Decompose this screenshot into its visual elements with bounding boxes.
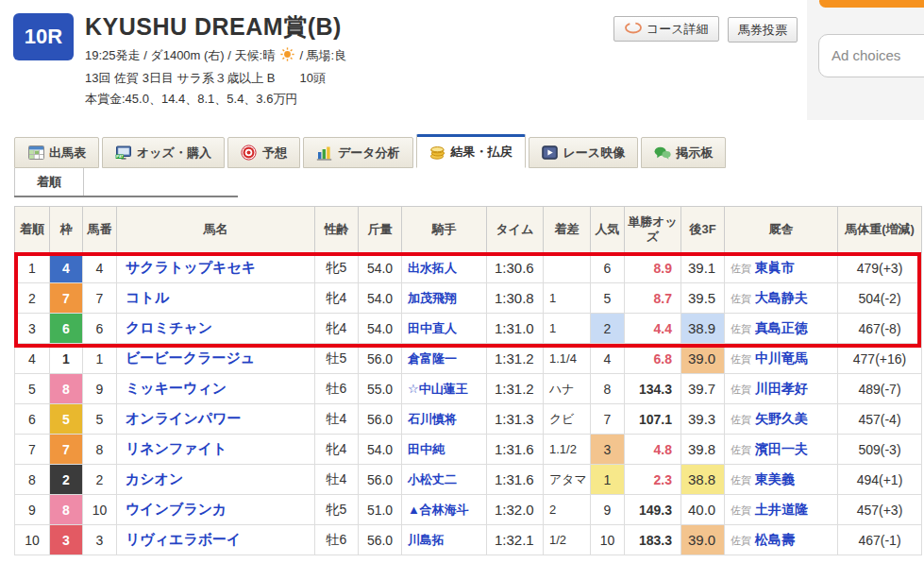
trainer-link[interactable]: 松島壽 xyxy=(755,532,795,547)
tab-board[interactable]: 掲示板 xyxy=(641,137,726,168)
popularity-cell: 4 xyxy=(591,344,625,374)
carried-weight-cell: 56.0 xyxy=(359,525,402,555)
column-header: 人気 xyxy=(591,207,625,253)
jockey-link[interactable]: 川島拓 xyxy=(408,533,445,547)
horse-name-link[interactable]: リヴィエラボーイ xyxy=(126,531,241,547)
horse-number-cell: 3 xyxy=(83,525,117,555)
trainer-link[interactable]: 大島静夫 xyxy=(755,290,808,305)
jockey-link[interactable]: 田中直人 xyxy=(408,321,457,335)
last-3f-cell: 39.5 xyxy=(681,283,725,314)
tab-forecast[interactable]: 予想 xyxy=(227,137,300,168)
course-detail-label: コース詳細 xyxy=(647,21,709,38)
jockey-link[interactable]: 田中純 xyxy=(408,442,445,456)
trainer-link[interactable]: 川田孝好 xyxy=(755,381,808,396)
horse-name-link[interactable]: サクラトップキセキ xyxy=(126,259,256,275)
rank-cell: 10 xyxy=(15,525,50,555)
jockey-link[interactable]: 倉富隆一 xyxy=(408,351,457,366)
result-row: 589ミッキーウィン牡655.0☆中山蓮王1:31.2ハナ8134.339.7佐… xyxy=(15,374,922,404)
horse-number-cell: 5 xyxy=(83,404,117,435)
stable-cell: 佐賀濱田一夫 xyxy=(725,435,838,465)
stable-cell: 佐賀中川竜馬 xyxy=(725,344,838,374)
column-header: 枠 xyxy=(50,207,83,253)
coins-icon xyxy=(429,145,446,160)
margin-cell: 2 xyxy=(544,495,591,525)
stable-location: 佐賀 xyxy=(731,353,751,365)
tab-data-analysis[interactable]: データ分析 xyxy=(303,137,413,168)
horse-name-link[interactable]: コトル xyxy=(126,289,169,305)
jockey-link[interactable]: 出水拓人 xyxy=(408,261,457,275)
horse-name-link[interactable]: クロミチャン xyxy=(126,319,212,335)
popularity-cell: 6 xyxy=(591,253,625,283)
last-3f-cell: 38.9 xyxy=(681,314,725,344)
subtab-finish-order[interactable]: 着順 xyxy=(14,168,84,196)
tab-entries[interactable]: 出馬表 xyxy=(14,137,99,168)
rank-cell: 5 xyxy=(15,374,50,404)
jockey-cell: ▲合林海斗 xyxy=(402,495,487,525)
trainer-link[interactable]: 東眞市 xyxy=(755,260,795,275)
trainer-link[interactable]: 東美義 xyxy=(755,471,795,486)
course-detail-button[interactable]: コース詳細 xyxy=(613,16,719,42)
popularity-cell: 5 xyxy=(591,283,625,314)
last-3f-cell: 38.8 xyxy=(681,465,725,495)
result-row: 411ビービークラージュ牡556.0倉富隆一1:31.21.1/446.839.… xyxy=(15,344,922,374)
sex-age-cell: 牡6 xyxy=(315,374,359,404)
jockey-cell: 石川慎将 xyxy=(402,404,487,435)
rank-cell: 7 xyxy=(15,435,50,465)
jockey-link[interactable]: ☆中山蓮王 xyxy=(408,382,468,396)
horse-name-cell: オンラインパワー xyxy=(117,404,315,435)
win-odds-cell: 8.9 xyxy=(625,253,681,283)
jockey-link[interactable]: 石川慎将 xyxy=(408,412,457,426)
column-header: 後3F xyxy=(681,207,725,253)
horse-number-cell: 2 xyxy=(83,465,117,495)
time-cell: 1:31.3 xyxy=(487,404,544,435)
horse-name-link[interactable]: オンラインパワー xyxy=(126,410,241,426)
jockey-link[interactable]: 小松丈二 xyxy=(408,472,457,486)
horse-name-link[interactable]: リネンファイト xyxy=(126,440,227,456)
trainer-link[interactable]: 中川竜馬 xyxy=(755,350,808,366)
trainer-link[interactable]: 真島正徳 xyxy=(755,320,808,335)
win-odds-cell: 107.1 xyxy=(625,404,681,435)
result-row: 778リネンファイト牝454.0田中純1:31.61.1/234.839.8佐賀… xyxy=(15,435,922,465)
stable-location: 佐賀 xyxy=(731,474,751,486)
horse-name-link[interactable]: ビービークラージュ xyxy=(126,350,255,366)
last-3f-cell: 39.3 xyxy=(681,404,725,435)
margin-cell: 1 xyxy=(544,314,591,344)
tab-odds-purchase[interactable]: IPATオッズ・購入 xyxy=(102,137,225,168)
betting-button[interactable]: 馬券投票 xyxy=(728,17,798,43)
horse-name-cell: カシオン xyxy=(117,465,315,495)
svg-text:IPAT: IPAT xyxy=(116,155,124,159)
column-header: 着差 xyxy=(544,207,591,253)
jockey-cell: 出水拓人 xyxy=(402,253,487,283)
horse-name-link[interactable]: ミッキーウィン xyxy=(126,380,227,396)
margin-cell xyxy=(544,253,591,283)
horse-name-cell: ビービークラージュ xyxy=(117,344,315,374)
result-row: 1033リヴィエラボーイ牡656.0川島拓1:32.11/210183.339.… xyxy=(15,525,922,555)
result-row: 144サクラトップキセキ牝554.0出水拓人1:30.668.939.1佐賀東眞… xyxy=(15,253,922,283)
frame-number-cell: 5 xyxy=(50,404,83,435)
carried-weight-cell: 56.0 xyxy=(359,465,402,495)
race-result-page: Ad choices 10R KYUSHU DREAM賞(B) 19:25発走 … xyxy=(0,0,924,563)
time-cell: 1:31.2 xyxy=(487,374,544,404)
result-row: 277コトル牝454.0加茂飛翔1:30.8158.739.5佐賀大島静夫504… xyxy=(15,283,922,314)
race-number-badge: 10R xyxy=(13,13,74,60)
result-row: 9810ウインブランカ牝551.0▲合林海斗1:32.029149.340.0佐… xyxy=(15,495,922,525)
horse-name-link[interactable]: ウインブランカ xyxy=(126,501,227,517)
tab-race-video[interactable]: レース映像 xyxy=(529,137,639,168)
rank-cell: 3 xyxy=(15,314,50,344)
trainer-link[interactable]: 濱田一夫 xyxy=(755,441,808,456)
horse-name-link[interactable]: カシオン xyxy=(126,470,183,486)
trainer-link[interactable]: 矢野久美 xyxy=(755,411,808,426)
jockey-link[interactable]: ▲合林海斗 xyxy=(408,503,469,517)
horse-number-cell: 7 xyxy=(83,283,117,314)
carried-weight-cell: 54.0 xyxy=(359,314,402,344)
tab-results-payout[interactable]: 結果・払戻 xyxy=(416,134,526,168)
time-cell: 1:30.8 xyxy=(487,283,544,314)
stable-cell: 佐賀松島壽 xyxy=(725,525,838,555)
rank-cell: 2 xyxy=(15,283,50,314)
jockey-link[interactable]: 加茂飛翔 xyxy=(408,291,457,305)
race-conditions: 19:25発走 / ダ1400m (右) / 天候:晴 / 馬場:良 xyxy=(85,47,613,65)
entry-table-icon xyxy=(27,145,44,161)
tab-label: 掲示板 xyxy=(676,145,713,162)
sex-age-cell: 牡6 xyxy=(315,525,359,555)
trainer-link[interactable]: 土井道隆 xyxy=(755,502,808,517)
